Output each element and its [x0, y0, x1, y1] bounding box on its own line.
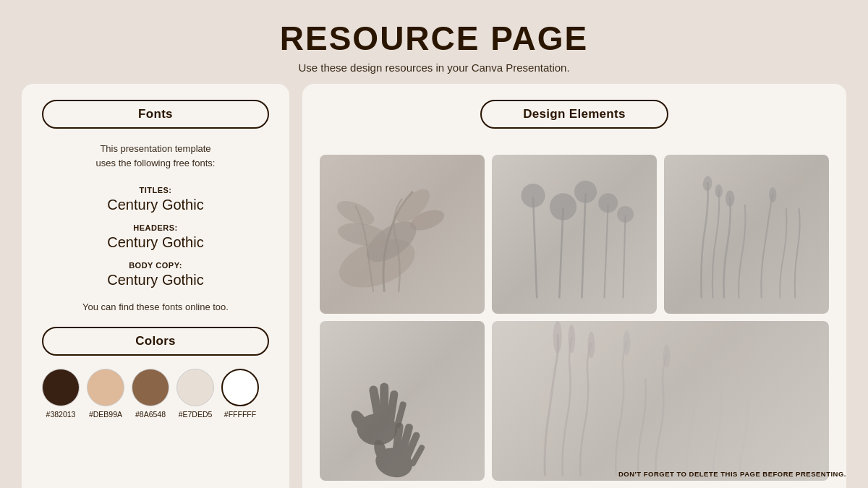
svg-line-8 [582, 193, 585, 298]
left-panel: Fonts This presentation template uses th… [22, 84, 289, 488]
plant-svg-4 [492, 321, 829, 481]
swatch-label-5: #FFFFFF [224, 410, 256, 419]
plant-svg-1 [320, 155, 485, 314]
footer-note: DON'T FORGET TO DELETE THIS PAGE BEFORE … [618, 470, 846, 478]
design-element-plant-3 [664, 155, 829, 314]
font-name-body: Century Gothic [42, 272, 269, 288]
svg-point-35 [623, 331, 630, 356]
swatch-label-1: #382013 [46, 410, 76, 419]
page-header: RESOURCE PAGE Use these design resources… [280, 20, 588, 74]
svg-line-9 [604, 205, 608, 299]
svg-line-10 [623, 215, 625, 298]
page-wrapper: RESOURCE PAGE Use these design resources… [0, 0, 868, 488]
page-subtitle: Use these design resources in your Canva… [280, 61, 588, 74]
svg-point-19 [769, 187, 776, 202]
svg-point-16 [702, 176, 712, 192]
svg-point-12 [550, 193, 576, 220]
swatch-label-2: #DEB99A [89, 410, 122, 419]
design-element-hands [320, 321, 485, 481]
svg-point-18 [726, 190, 734, 207]
main-content: Fonts This presentation template uses th… [22, 84, 846, 488]
design-element-plant-2 [492, 155, 657, 314]
font-entry-titles: TITLES: Century Gothic [42, 183, 269, 213]
design-elements-header: Design Elements [320, 100, 829, 142]
right-panel: Design Elements [302, 84, 846, 488]
swatch-item-3: #8A6548 [132, 369, 169, 419]
colors-label: Colors [135, 334, 176, 348]
svg-point-34 [587, 332, 595, 359]
svg-point-36 [663, 345, 671, 368]
colors-swatches: #382013 #DEB99A #8A6548 #E7DED5 [42, 369, 269, 419]
font-entry-body: BODY COPY: Century Gothic [42, 258, 269, 288]
colors-section: Colors #382013 #DEB99A #8A6548 [42, 327, 269, 419]
swatch-label-3: #8A6548 [135, 410, 166, 419]
svg-point-15 [617, 206, 634, 223]
svg-point-32 [553, 321, 562, 353]
font-label-titles: TITLES: [139, 186, 171, 194]
font-entry-headers: HEADERS: Century Gothic [42, 221, 269, 251]
swatch-color-5 [221, 369, 259, 406]
colors-header-box: Colors [42, 327, 269, 356]
font-name-titles: Century Gothic [42, 197, 269, 213]
svg-point-17 [715, 184, 722, 198]
fonts-online-note: You can find these fonts online too. [42, 301, 269, 312]
swatch-color-4 [176, 369, 214, 406]
svg-point-13 [574, 180, 597, 202]
page-title: RESOURCE PAGE [280, 20, 588, 57]
plant-svg-3 [664, 155, 829, 314]
swatch-color-3 [132, 369, 169, 406]
design-element-plant-4 [492, 321, 829, 481]
font-label-body: BODY COPY: [129, 261, 182, 270]
swatch-color-1 [42, 369, 80, 406]
design-element-plant-1 [320, 155, 485, 314]
swatch-item-2: #DEB99A [87, 369, 124, 419]
svg-line-7 [559, 208, 563, 298]
fonts-header-box: Fonts [42, 100, 269, 129]
svg-point-33 [568, 325, 575, 353]
hands-svg [320, 321, 485, 481]
swatch-label-4: #E7DED5 [179, 410, 213, 419]
svg-point-14 [598, 193, 618, 213]
design-elements-header-box: Design Elements [480, 100, 668, 129]
swatch-item-1: #382013 [42, 369, 80, 419]
svg-point-11 [521, 183, 545, 207]
plant-svg-2 [492, 155, 657, 314]
design-grid [320, 155, 829, 481]
fonts-description: This presentation template uses the foll… [42, 142, 269, 172]
design-elements-label: Design Elements [523, 107, 626, 121]
swatch-item-4: #E7DED5 [176, 369, 214, 419]
fonts-label: Fonts [138, 107, 173, 121]
swatch-item-5: #FFFFFF [221, 369, 259, 419]
swatch-color-2 [87, 369, 124, 406]
font-label-headers: HEADERS: [133, 223, 177, 232]
font-name-headers: Century Gothic [42, 234, 269, 251]
svg-line-6 [533, 197, 537, 298]
